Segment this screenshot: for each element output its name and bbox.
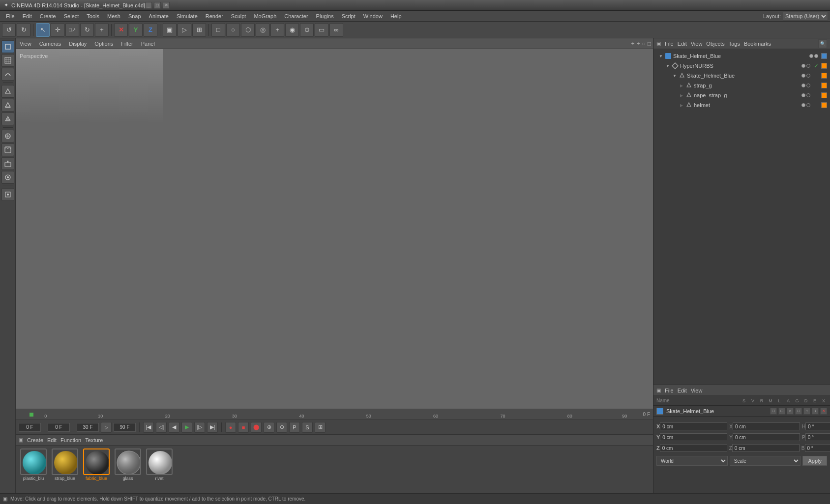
floor-button[interactable]: ▭ xyxy=(315,23,328,37)
auto-key-button[interactable]: ⬤ xyxy=(251,422,262,433)
am-rot-z-input[interactable] xyxy=(732,444,800,452)
om-item-helmet-child[interactable]: ▼ Skate_Helmet_Blue xyxy=(653,71,830,81)
om-item-hypernurbs[interactable]: ▼ HyperNURBS ✓ xyxy=(653,61,830,71)
om-expand-root[interactable]: ▼ xyxy=(657,53,664,59)
z-axis-button[interactable]: Z xyxy=(144,23,157,37)
menu-file[interactable]: File xyxy=(2,12,19,20)
am-scale-dropdown[interactable]: Scale Freeze xyxy=(730,456,801,466)
om-menu-bookmarks[interactable]: Bookmarks xyxy=(744,41,771,47)
key-all-button[interactable]: ⊕ xyxy=(264,422,274,433)
workplane-button[interactable] xyxy=(1,157,14,170)
light-button[interactable]: ⊙ xyxy=(300,23,314,37)
om-item-nape-strap-g[interactable]: ▶ nape_strap_g xyxy=(653,90,830,100)
menu-mograph[interactable]: MoGraph xyxy=(250,12,280,20)
menu-create[interactable]: Create xyxy=(36,12,60,20)
redo-button[interactable]: ↻ xyxy=(17,23,30,37)
enable-axis-button[interactable] xyxy=(1,130,14,142)
poly-mode-button[interactable] xyxy=(1,112,14,125)
am-action-4[interactable]: □ xyxy=(795,408,802,415)
om-expand-hypernurbs[interactable]: ▼ xyxy=(664,62,671,69)
minimize-button[interactable]: _ xyxy=(145,2,152,9)
end-frame-input[interactable] xyxy=(114,423,136,432)
timeline-ruler[interactable]: 0 10 20 30 40 50 60 70 80 90 xyxy=(33,409,643,420)
current-frame-input[interactable] xyxy=(19,423,41,432)
sky-button[interactable]: ∞ xyxy=(329,23,343,37)
point-mode-button[interactable] xyxy=(1,85,14,98)
y-axis-button[interactable]: Y xyxy=(129,23,143,37)
om-menu-file[interactable]: File xyxy=(665,41,674,47)
am-action-3[interactable]: ○ xyxy=(787,408,794,415)
vp-menu-panel[interactable]: Panel xyxy=(139,41,157,47)
next-key-button[interactable]: |▷ xyxy=(194,422,205,433)
om-expand-helmet[interactable]: ▶ xyxy=(678,102,685,109)
menu-render[interactable]: Render xyxy=(202,12,227,20)
om-menu-edit[interactable]: Edit xyxy=(678,41,687,47)
am-menu-file[interactable]: File xyxy=(665,388,674,393)
viewport-icon-2[interactable]: + xyxy=(636,40,640,47)
am-scale-y-input[interactable] xyxy=(805,433,830,441)
prev-key-button[interactable]: ◁| xyxy=(156,422,167,433)
am-pos-z-input[interactable] xyxy=(660,444,727,452)
mat-menu-function[interactable]: Function xyxy=(60,437,81,443)
am-menu-edit[interactable]: Edit xyxy=(678,388,687,393)
snap-button[interactable] xyxy=(1,188,14,201)
edge-mode-button[interactable] xyxy=(1,99,14,112)
menu-character[interactable]: Character xyxy=(280,12,312,20)
undo-button[interactable]: ↺ xyxy=(2,23,16,37)
fps-input[interactable] xyxy=(77,423,99,432)
fps-toggle[interactable]: ▷ xyxy=(101,422,112,433)
menu-help[interactable]: Help xyxy=(386,12,406,20)
menu-mesh[interactable]: Mesh xyxy=(103,12,124,20)
material-plastic-blu[interactable]: plastic_blu xyxy=(19,448,48,481)
am-scale-z-input[interactable] xyxy=(805,444,830,452)
viewport-icon-4[interactable]: □ xyxy=(648,40,651,47)
start-frame-input[interactable] xyxy=(48,423,70,432)
om-menu-objects[interactable]: Objects xyxy=(706,41,724,47)
menu-simulate[interactable]: Simulate xyxy=(173,12,202,20)
go-end-button[interactable]: ▶| xyxy=(207,422,218,433)
render-button[interactable]: ▷ xyxy=(178,23,191,37)
om-menu-view[interactable]: View xyxy=(691,41,703,47)
cube-button[interactable]: □ xyxy=(211,23,225,37)
timeline[interactable]: 0 10 20 30 40 50 60 70 80 90 0 F xyxy=(16,409,653,420)
om-menu-tags[interactable]: Tags xyxy=(729,41,740,47)
key-scale-button[interactable]: S xyxy=(302,422,313,433)
render-to-po-button[interactable]: ⊞ xyxy=(192,23,206,37)
add-button[interactable]: + xyxy=(95,23,109,37)
mat-menu-texture[interactable]: Texture xyxy=(85,437,103,443)
viewport-icon-3[interactable]: ○ xyxy=(642,40,646,47)
record-button[interactable]: ● xyxy=(225,422,236,433)
om-expand-nape[interactable]: ▶ xyxy=(678,92,685,99)
am-world-dropdown[interactable]: World Local Object xyxy=(656,456,728,466)
null-button[interactable]: + xyxy=(270,23,284,37)
menu-animate[interactable]: Animate xyxy=(145,12,173,20)
am-action-1[interactable]: □ xyxy=(770,408,777,415)
menu-window[interactable]: Window xyxy=(359,12,386,20)
vp-menu-display[interactable]: Display xyxy=(67,41,89,47)
am-action-6[interactable]: ↓ xyxy=(812,408,819,415)
menu-plugins[interactable]: Plugins xyxy=(312,12,338,20)
model-mode-button[interactable] xyxy=(1,40,14,53)
viewport-icon-1[interactable]: + xyxy=(631,40,634,47)
x-axis-button[interactable]: ✕ xyxy=(114,23,128,37)
mat-menu-edit[interactable]: Edit xyxy=(47,437,57,443)
3d-viewport[interactable]: Y Z X Perspective xyxy=(16,49,653,409)
sphere-button[interactable]: ○ xyxy=(226,23,240,37)
sculpt-button[interactable] xyxy=(1,171,14,184)
spline-mode-button[interactable] xyxy=(1,68,14,81)
layout-select[interactable]: Startup (User) xyxy=(783,12,828,21)
material-rivet[interactable]: rivet xyxy=(145,448,174,481)
texture-mode-button[interactable] xyxy=(1,143,14,156)
cylinder-button[interactable]: ⬡ xyxy=(241,23,255,37)
key-mode-button[interactable]: ⊞ xyxy=(315,422,326,433)
play-reverse-button[interactable]: ◀ xyxy=(169,422,179,433)
menu-script[interactable]: Script xyxy=(338,12,359,20)
om-expand-strap-g[interactable]: ▶ xyxy=(678,82,685,89)
rotate-tool-button[interactable]: ↻ xyxy=(80,23,94,37)
om-item-strap-g[interactable]: ▶ strap_g xyxy=(653,81,830,90)
vp-menu-view[interactable]: View xyxy=(18,41,33,47)
apply-button[interactable]: Apply xyxy=(802,456,827,466)
vp-menu-filter[interactable]: Filter xyxy=(119,41,135,47)
go-start-button[interactable]: |◀ xyxy=(143,422,154,433)
nurbs-button[interactable]: ◎ xyxy=(256,23,269,37)
